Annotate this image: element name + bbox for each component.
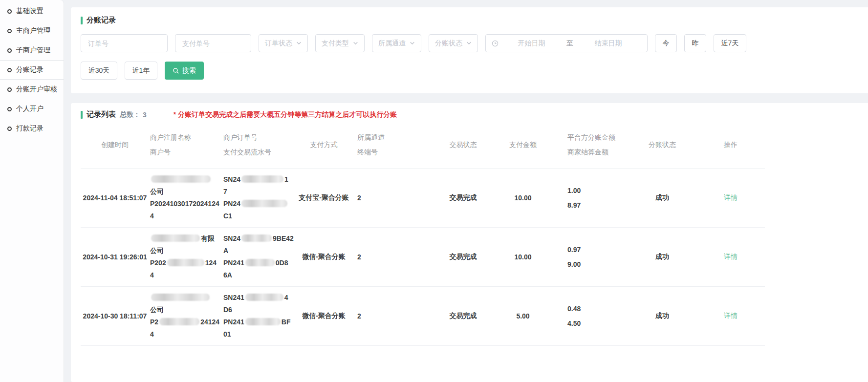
- order-cell: SN241 7 PN24 C1: [222, 173, 298, 222]
- redacted-text: [245, 294, 283, 301]
- redacted-text: [159, 318, 199, 325]
- col-pay-method: 支付方式: [298, 137, 349, 152]
- chevron-down-icon: [410, 41, 415, 46]
- sidebar-item-label: 个人开户: [16, 105, 43, 113]
- redacted-text: [241, 175, 283, 183]
- circle-icon: [7, 87, 12, 92]
- title-accent-bar: [81, 17, 83, 24]
- trade-status-cell: 交易完成: [430, 312, 496, 320]
- sidebar-item-payout-records[interactable]: 打款记录: [0, 119, 64, 138]
- sidebar-item-label: 分账开户审核: [16, 85, 57, 94]
- chevron-down-icon: [466, 41, 472, 46]
- trade-status-cell: 交易完成: [430, 253, 496, 261]
- select-placeholder: 订单状态: [265, 39, 292, 48]
- circle-icon: [7, 48, 12, 53]
- date-range-picker[interactable]: 开始日期 至 结束日期: [485, 34, 648, 52]
- sidebar-item-split-records[interactable]: 分账记录: [0, 60, 64, 80]
- col-action: 操作: [696, 137, 765, 152]
- col-pay-amount: 支付金额: [496, 137, 550, 152]
- redacted-text: [245, 318, 281, 325]
- action-cell: 详情: [696, 253, 765, 261]
- page-title: 分账记录: [81, 16, 858, 25]
- select-placeholder: 支付类型: [322, 39, 349, 48]
- pay-method-cell: 支付宝-聚合分账: [298, 193, 349, 202]
- sidebar-item-label: 基础设置: [16, 7, 43, 16]
- last-1-year-button[interactable]: 近1年: [125, 62, 157, 80]
- title-accent-bar: [81, 111, 83, 119]
- chevron-down-icon: [353, 41, 358, 46]
- sidebar-item-label: 打款记录: [16, 124, 43, 133]
- sidebar-item-main-merchant[interactable]: 主商户管理: [0, 21, 64, 41]
- split-status-cell: 成功: [628, 193, 696, 202]
- select-placeholder: 所属通道: [378, 39, 406, 48]
- list-title-text: 记录列表: [87, 110, 116, 119]
- page-title-text: 分账记录: [87, 16, 116, 25]
- split-delay-notice: * 分账订单交易完成之后需要大概五分钟等第三方结算之后才可以执行分账: [174, 110, 397, 119]
- redacted-text: [167, 259, 204, 266]
- detail-link[interactable]: 详情: [724, 253, 738, 260]
- col-split-amounts: 平台方分账金额 商家结算金额: [550, 130, 628, 159]
- col-created: 创建时间: [81, 137, 149, 152]
- pay-type-select[interactable]: 支付类型: [315, 34, 365, 52]
- sidebar-item-split-account-review[interactable]: 分账开户审核: [0, 80, 64, 99]
- search-button[interactable]: 搜索: [165, 62, 204, 80]
- terminal-cell: 2: [349, 194, 430, 202]
- circle-icon: [7, 127, 12, 131]
- circle-icon: [7, 68, 12, 72]
- filter-card: 分账记录 订单状态 支付类型 所属通道 分账状态: [71, 7, 868, 93]
- list-title: 记录列表: [81, 110, 116, 119]
- pay-method-cell: 微信-聚合分账: [298, 253, 349, 261]
- total-count: 3: [143, 111, 147, 119]
- terminal-cell: 2: [349, 312, 430, 320]
- select-placeholder: 分账状态: [435, 39, 462, 48]
- filter-row-1: 订单状态 支付类型 所属通道 分账状态: [81, 34, 858, 52]
- col-split-status: 分账状态: [628, 137, 696, 152]
- split-amount-cell: 0.97 9.00: [550, 242, 628, 272]
- record-list-card: 记录列表 总数： 3 * 分账订单交易完成之后需要大概五分钟等第三方结算之后才可…: [71, 103, 868, 382]
- col-trade-status: 交易状态: [430, 137, 496, 152]
- order-cell: SN2414 D6 PN241BF 01: [222, 292, 298, 340]
- sidebar-item-sub-merchant[interactable]: 子商户管理: [0, 41, 64, 60]
- order-status-select[interactable]: 订单状态: [259, 34, 308, 52]
- chevron-down-icon: [296, 41, 302, 46]
- pay-amount-cell: 10.00: [496, 253, 550, 261]
- detail-link[interactable]: 详情: [724, 193, 738, 201]
- last-7-days-button[interactable]: 近7天: [714, 34, 746, 52]
- channel-select[interactable]: 所属通道: [372, 34, 421, 52]
- search-button-label: 搜索: [182, 66, 196, 75]
- sidebar-item-label: 分账记录: [16, 65, 43, 74]
- pay-amount-cell: 5.00: [496, 312, 550, 320]
- sidebar-item-basic-settings[interactable]: 基础设置: [0, 1, 64, 21]
- detail-link[interactable]: 详情: [724, 312, 738, 319]
- action-cell: 详情: [696, 312, 765, 320]
- merchant-cell: 有限 公司 P202124 4: [149, 233, 222, 281]
- pay-method-cell: 微信-聚合分账: [298, 312, 349, 320]
- today-button[interactable]: 今: [655, 34, 677, 52]
- yesterday-button[interactable]: 昨: [684, 34, 706, 52]
- order-cell: SN249BE42 A PN2410D8 6A: [222, 233, 298, 281]
- pay-no-input[interactable]: [175, 34, 251, 52]
- redacted-text: [151, 175, 211, 183]
- records-table: 创建时间 商户注册名称 商户号 商户订单号 支付交易流水号 支付方式 所属通道 …: [81, 123, 765, 346]
- sidebar-item-label: 主商户管理: [16, 26, 50, 35]
- merchant-cell: 公司 P20241030172024124 4: [149, 173, 222, 222]
- split-status-cell: 成功: [628, 312, 696, 320]
- page: 基础设置 主商户管理 子商户管理 分账记录 分账开户审核 个人开户 打款记录: [0, 0, 868, 382]
- circle-icon: [7, 29, 12, 33]
- trade-status-cell: 交易完成: [430, 193, 496, 202]
- split-status-select[interactable]: 分账状态: [429, 34, 478, 52]
- redacted-text: [245, 259, 275, 266]
- circle-icon: [7, 9, 12, 14]
- table-row: 2024-10-31 19:26:01 有限 公司 P202124 4 SN24…: [81, 228, 765, 287]
- sidebar-item-personal-account[interactable]: 个人开户: [0, 99, 64, 119]
- col-channel: 所属通道 终端号: [349, 130, 430, 159]
- circle-icon: [7, 107, 12, 111]
- redacted-text: [241, 234, 272, 242]
- terminal-cell: 2: [349, 253, 430, 261]
- last-30-days-button[interactable]: 近30天: [81, 62, 117, 80]
- merchant-cell: 公司 P224124 4: [149, 292, 222, 340]
- table-row: 2024-11-04 18:51:07 公司 P2024103017202412…: [81, 169, 765, 228]
- total-label: 总数：: [120, 110, 140, 119]
- list-header: 记录列表 总数： 3 * 分账订单交易完成之后需要大概五分钟等第三方结算之后才可…: [81, 110, 858, 119]
- order-no-input[interactable]: [81, 34, 168, 52]
